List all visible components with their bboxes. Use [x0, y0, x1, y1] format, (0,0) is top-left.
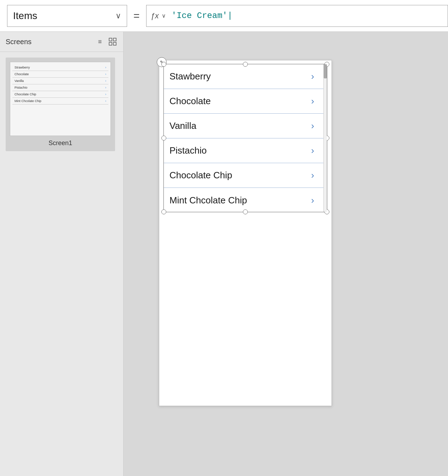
handle-top-left[interactable] [161, 62, 166, 67]
list-item-5[interactable]: Mint Chcolate Chip › [164, 188, 327, 213]
list-item-chevron-0: › [311, 71, 314, 82]
svg-rect-3 [113, 42, 116, 45]
scrollbar[interactable] [323, 64, 327, 212]
list-item-chevron-4: › [311, 170, 314, 181]
list-item-chevron-2: › [311, 120, 314, 131]
screens-header: Screens ≡ [0, 32, 123, 52]
left-panel: Screens ≡ Strawberry › Chocolate [0, 32, 124, 476]
list-item-text-3: Pistachio [169, 145, 207, 156]
items-dropdown[interactable]: Items ∨ [7, 5, 127, 27]
handle-mid-left[interactable] [161, 136, 166, 141]
list-item-0[interactable]: Stawberry › [164, 64, 327, 89]
fx-chevron-icon: ∨ [162, 12, 166, 19]
list-item-2[interactable]: Vanilla › [164, 114, 327, 138]
screen-card[interactable]: Strawberry › Chocolate › Vanilla › Pista… [6, 58, 115, 151]
handle-bot-center[interactable] [243, 209, 248, 214]
formula-input[interactable]: 'Ice Cream'| [172, 11, 443, 20]
selection-container[interactable]: ✎ Stawberry › Chocolate › [163, 64, 327, 212]
formula-bar[interactable]: ƒx ∨ 'Ice Cream'| [146, 5, 448, 27]
list-item-text-2: Vanilla [169, 120, 196, 131]
svg-rect-1 [113, 38, 116, 41]
list-item-chevron-5: › [311, 195, 314, 206]
list-item-text-1: Chocolate [169, 96, 211, 107]
screen-thumbnail-area: Strawberry › Chocolate › Vanilla › Pista… [0, 52, 123, 157]
list-item-3[interactable]: Pistachio › [164, 138, 327, 163]
handle-bot-left[interactable] [161, 209, 166, 214]
list-item-chevron-1: › [311, 96, 314, 107]
canvas-phone: ✎ Stawberry › Chocolate › [159, 60, 332, 406]
screen-preview: Strawberry › Chocolate › Vanilla › Pista… [10, 62, 111, 136]
list-item-chevron-3: › [311, 145, 314, 156]
list-item-text-0: Stawberry [169, 71, 211, 82]
list-view-icon[interactable]: ≡ [95, 37, 105, 47]
scrollbar-thumb[interactable] [324, 64, 327, 78]
canvas-area: ✎ Stawberry › Chocolate › [124, 32, 448, 476]
handle-top-center[interactable] [243, 62, 248, 67]
preview-row-3: Pistachio › [12, 84, 108, 91]
items-chevron-icon: ∨ [115, 11, 121, 20]
list-item-4[interactable]: Chocolate Chip › [164, 163, 327, 188]
equals-sign: = [133, 10, 140, 22]
list-item-1[interactable]: Chocolate › [164, 89, 327, 114]
items-label: Items [13, 10, 113, 22]
screen-name: Screen1 [10, 139, 111, 147]
screens-title: Screens [6, 38, 95, 46]
preview-row-1: Chocolate › [12, 71, 108, 78]
list-item-text-5: Mint Chcolate Chip [169, 195, 247, 206]
fx-icon: ƒx [151, 11, 159, 20]
preview-row-2: Vanilla › [12, 78, 108, 84]
grid-view-icon[interactable] [108, 37, 118, 47]
preview-row-4: Chocolate Chip › [12, 91, 108, 98]
svg-rect-0 [109, 38, 112, 41]
list-item-text-4: Chocolate Chip [169, 170, 232, 181]
toolbar: Items ∨ = ƒx ∨ 'Ice Cream'| [0, 0, 448, 32]
preview-row-0: Strawberry › [12, 64, 108, 71]
preview-row-5: Mint Chcolate Chip › [12, 98, 108, 105]
svg-rect-2 [109, 42, 112, 45]
